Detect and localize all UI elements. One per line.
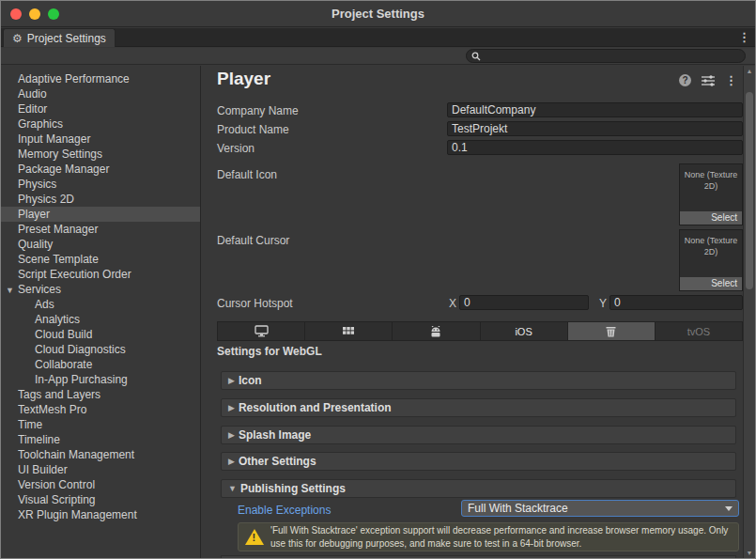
search-input[interactable] <box>485 51 740 62</box>
platform-tab-desktop[interactable] <box>218 322 305 340</box>
default-icon-none-text: None (Texture 2D) <box>680 164 742 192</box>
product-name-input[interactable]: TestProjekt <box>447 121 743 136</box>
sidebar-item-collaborate[interactable]: Collaborate <box>1 357 200 372</box>
tab-more-icon[interactable]: ⋮ <box>738 30 750 44</box>
desktop-icon <box>255 325 269 337</box>
sidebar-item-textmesh-pro[interactable]: TextMesh Pro <box>1 402 200 417</box>
project-settings-window: Project Settings ⚙ Project Settings ⋮ Ad… <box>0 0 756 559</box>
sidebar-item-adaptive-performance[interactable]: Adaptive Performance <box>1 71 200 86</box>
foldout-closed-icon: ▶ <box>228 457 235 466</box>
sidebar-item-toolchain-management[interactable]: Toolchain Management <box>1 447 200 462</box>
player-settings-panel: Player ? ⋮ Company Name DefaultCompany P… <box>202 66 743 558</box>
foldout-open-icon[interactable]: ▼ <box>6 283 18 298</box>
sidebar-item-analytics[interactable]: Analytics <box>1 312 200 327</box>
platform-tab-ios[interactable]: iOS <box>481 322 568 340</box>
sidebar-item-scene-template[interactable]: Scene Template <box>1 252 200 267</box>
gear-icon: ⚙ <box>12 33 23 44</box>
page-title: Player <box>217 69 270 89</box>
sidebar-item-input-manager[interactable]: Input Manager <box>1 132 200 147</box>
help-icon[interactable]: ? <box>679 74 691 86</box>
default-cursor-picker[interactable]: None (Texture 2D) Select <box>679 229 743 291</box>
default-icon-label: Default Icon <box>217 168 277 181</box>
sidebar-item-preset-manager[interactable]: Preset Manager <box>1 222 200 237</box>
foldout-closed-icon: ▶ <box>228 376 235 385</box>
company-name-label: Company Name <box>217 104 299 117</box>
product-name-label: Product Name <box>217 123 289 136</box>
exception-warning-helpbox: 'Full With Stacktrace' exception support… <box>238 522 739 551</box>
sidebar-item-xr-plugin-management[interactable]: XR Plugin Management <box>1 507 200 522</box>
foldout-open-icon: ▼ <box>228 484 237 493</box>
enable-exceptions-dropdown[interactable]: Full With Stacktrace <box>461 500 739 517</box>
platform-tab-android[interactable] <box>393 322 480 340</box>
company-name-input[interactable]: DefaultCompany <box>447 102 743 117</box>
hotspot-x-input[interactable]: 0 <box>459 295 589 310</box>
section-resolution-and-presentation[interactable]: ▶ Resolution and Presentation <box>221 398 736 417</box>
toolbar <box>1 48 755 65</box>
sidebar-item-player[interactable]: Player <box>1 207 200 222</box>
sidebar-item-cloud-diagnostics[interactable]: Cloud Diagnostics <box>1 342 200 357</box>
sidebar-item-audio[interactable]: Audio <box>1 86 200 101</box>
webgl-icon <box>605 325 617 337</box>
search-field[interactable] <box>466 49 746 63</box>
sidebar-item-ads[interactable]: Ads <box>1 297 200 312</box>
foldout-closed-icon: ▶ <box>228 403 235 412</box>
sidebar-item-time[interactable]: Time <box>1 417 200 432</box>
sidebar-item-graphics[interactable]: Graphics <box>1 116 200 132</box>
sidebar-item-quality[interactable]: Quality <box>1 237 200 252</box>
sidebar-item-tags-and-layers[interactable]: Tags and Layers <box>1 387 200 402</box>
tab-project-settings[interactable]: ⚙ Project Settings <box>3 28 116 47</box>
next-section-partial <box>221 555 736 559</box>
sidebar-item-services[interactable]: ▼Services <box>1 282 200 297</box>
default-icon-select-button[interactable]: Select <box>680 211 742 225</box>
more-options-icon[interactable]: ⋮ <box>725 74 737 86</box>
sidebar-item-physics[interactable]: Physics <box>1 177 200 192</box>
hotspot-y-label: Y <box>599 297 607 310</box>
sidebar-item-ui-builder[interactable]: UI Builder <box>1 462 200 477</box>
section-icon[interactable]: ▶ Icon <box>221 371 736 390</box>
settings-sidebar: Adaptive Performance Audio Editor Graphi… <box>1 66 201 558</box>
sidebar-item-editor[interactable]: Editor <box>1 101 200 116</box>
default-cursor-none-text: None (Texture 2D) <box>680 230 742 257</box>
platform-tab-strip: iOS tvOS <box>217 321 743 341</box>
sidebar-item-timeline[interactable]: Timeline <box>1 432 200 447</box>
hotspot-y-input[interactable]: 0 <box>609 295 743 310</box>
sidebar-item-memory-settings[interactable]: Memory Settings <box>1 147 200 162</box>
sidebar-item-script-execution-order[interactable]: Script Execution Order <box>1 267 200 282</box>
default-cursor-select-button[interactable]: Select <box>680 277 742 290</box>
default-cursor-label: Default Cursor <box>217 234 289 247</box>
warning-text: 'Full With Stacktrace' exception support… <box>270 524 732 549</box>
platform-tab-dedicated-server[interactable] <box>305 322 393 340</box>
tab-label: Project Settings <box>27 32 106 45</box>
foldout-closed-icon: ▶ <box>228 430 235 440</box>
header-icons: ? ⋮ <box>679 74 737 86</box>
search-icon <box>471 52 481 61</box>
version-label: Version <box>217 142 255 155</box>
titlebar[interactable]: Project Settings <box>1 1 755 27</box>
sidebar-item-package-manager[interactable]: Package Manager <box>1 162 200 177</box>
server-grid-icon <box>342 326 355 337</box>
scroll-down-icon[interactable]: ▼ <box>744 550 755 556</box>
settings-for-heading: Settings for WebGL <box>217 345 322 358</box>
hotspot-x-label: X <box>449 297 456 310</box>
scroll-up-icon[interactable]: ▲ <box>744 68 755 74</box>
sidebar-item-physics-2d[interactable]: Physics 2D <box>1 192 200 207</box>
section-publishing-settings[interactable]: ▼ Publishing Settings <box>221 479 736 498</box>
window-title: Project Settings <box>1 7 755 21</box>
sidebar-item-cloud-build[interactable]: Cloud Build <box>1 327 200 342</box>
sidebar-item-in-app-purchasing[interactable]: In-App Purchasing <box>1 372 200 387</box>
sidebar-item-version-control[interactable]: Version Control <box>1 477 200 492</box>
section-other-settings[interactable]: ▶ Other Settings <box>221 452 736 471</box>
warning-icon <box>245 529 264 545</box>
chevron-down-icon <box>725 506 733 511</box>
version-input[interactable]: 0.1 <box>447 140 743 155</box>
android-icon <box>429 326 442 337</box>
default-icon-picker[interactable]: None (Texture 2D) Select <box>679 163 743 225</box>
vertical-scrollbar[interactable]: ▲ ▼ <box>743 66 755 558</box>
platform-tab-tvos[interactable]: tvOS <box>656 322 742 340</box>
platform-tab-webgl[interactable] <box>568 322 656 340</box>
presets-icon[interactable] <box>702 75 715 86</box>
section-splash-image[interactable]: ▶ Splash Image <box>221 426 736 444</box>
cursor-hotspot-label: Cursor Hotspot <box>217 297 293 310</box>
sidebar-item-visual-scripting[interactable]: Visual Scripting <box>1 492 200 507</box>
scrollbar-thumb[interactable] <box>746 92 753 289</box>
